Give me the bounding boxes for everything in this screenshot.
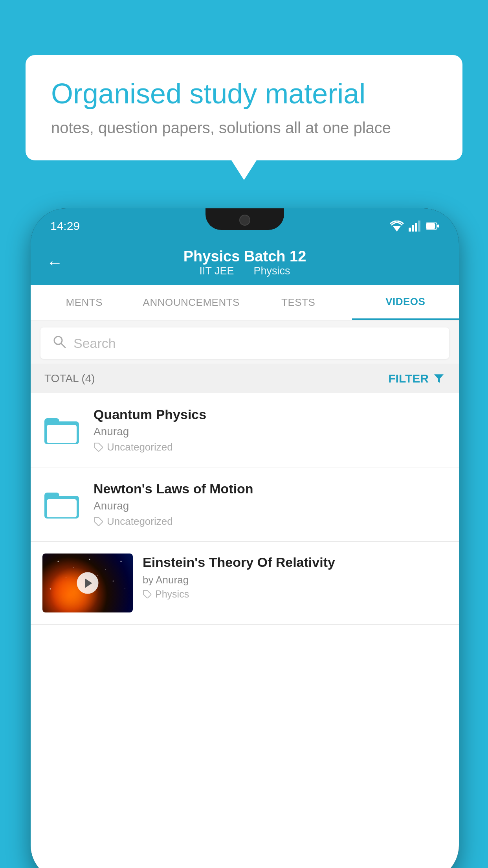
camera-icon — [239, 215, 250, 226]
video-title: Einstein's Theory Of Relativity — [143, 554, 447, 571]
svg-point-22 — [121, 561, 122, 562]
svg-point-20 — [89, 559, 90, 560]
svg-point-25 — [113, 581, 114, 582]
svg-rect-3 — [415, 223, 417, 232]
status-time: 14:29 — [50, 219, 80, 233]
tab-bar: MENTS ANNOUNCEMENTS TESTS VIDEOS — [31, 285, 459, 320]
video-info: Newton's Laws of Motion Anurag Uncategor… — [94, 481, 447, 528]
tab-ments[interactable]: MENTS — [31, 285, 138, 320]
svg-rect-1 — [409, 228, 411, 232]
video-title: Quantum Physics — [94, 407, 447, 422]
list-item[interactable]: Newton's Laws of Motion Anurag Uncategor… — [31, 467, 459, 542]
svg-line-9 — [61, 343, 65, 348]
video-title: Newton's Laws of Motion — [94, 481, 447, 497]
bubble-subtitle: notes, question papers, solutions all at… — [51, 119, 437, 137]
speech-bubble: Organised study material notes, question… — [26, 55, 462, 160]
svg-rect-2 — [412, 225, 414, 232]
svg-point-19 — [73, 567, 74, 568]
wifi-icon — [390, 221, 404, 232]
list-item[interactable]: Einstein's Theory Of Relativity by Anura… — [31, 542, 459, 625]
search-bar[interactable]: Search — [40, 327, 449, 359]
svg-rect-16 — [46, 499, 77, 518]
svg-rect-7 — [437, 224, 439, 228]
tab-videos[interactable]: VIDEOS — [352, 285, 459, 320]
folder-icon — [44, 414, 80, 446]
svg-point-27 — [50, 588, 51, 590]
svg-point-28 — [125, 588, 125, 589]
video-author: Anurag — [94, 500, 447, 512]
search-input[interactable]: Search — [73, 336, 116, 351]
app-header: ← Physics Batch 12 IIT JEE Physics — [31, 240, 459, 285]
status-icons — [390, 221, 439, 232]
filter-button[interactable]: FILTER — [388, 372, 445, 385]
svg-rect-12 — [46, 425, 77, 443]
search-container: Search — [31, 320, 459, 366]
video-thumbnail — [42, 554, 133, 612]
subtitle-iitjee: IIT JEE — [199, 265, 234, 277]
tab-announcements[interactable]: ANNOUNCEMENTS — [138, 285, 245, 320]
svg-point-21 — [105, 569, 106, 570]
header-subtitle: IIT JEE Physics — [183, 265, 306, 277]
video-author: by Anurag — [143, 574, 447, 586]
header-title: Physics Batch 12 — [183, 248, 306, 265]
folder-icon — [44, 489, 80, 520]
tab-tests[interactable]: TESTS — [245, 285, 352, 320]
battery-icon — [426, 222, 439, 230]
subtitle-physics: Physics — [254, 265, 290, 277]
header-center: Physics Batch 12 IIT JEE Physics — [183, 248, 306, 277]
folder-icon-container — [42, 485, 82, 524]
search-icon — [52, 335, 66, 352]
bubble-title: Organised study material — [51, 77, 437, 110]
phone-notch — [205, 208, 284, 230]
video-tag: Uncategorized — [94, 515, 447, 528]
filter-bar: TOTAL (4) FILTER — [31, 364, 459, 393]
tag-icon — [143, 590, 152, 599]
phone-frame: 14:29 ← Phys — [31, 208, 459, 868]
svg-point-24 — [97, 575, 98, 576]
svg-point-23 — [66, 577, 66, 577]
svg-marker-0 — [393, 226, 401, 232]
video-list: Quantum Physics Anurag Uncategorized — [31, 393, 459, 868]
tag-icon — [94, 442, 104, 452]
video-tag: Physics — [143, 588, 447, 600]
video-info: Einstein's Theory Of Relativity by Anura… — [143, 554, 447, 600]
video-author: Anurag — [94, 425, 447, 438]
svg-rect-4 — [418, 221, 420, 232]
folder-icon-container — [42, 410, 82, 450]
svg-rect-6 — [426, 223, 435, 229]
svg-point-18 — [58, 561, 59, 562]
back-button[interactable]: ← — [46, 253, 63, 272]
list-item[interactable]: Quantum Physics Anurag Uncategorized — [31, 393, 459, 467]
total-count: TOTAL (4) — [44, 372, 95, 385]
video-info: Quantum Physics Anurag Uncategorized — [94, 407, 447, 453]
filter-icon — [433, 372, 445, 385]
video-tag: Uncategorized — [94, 441, 447, 453]
play-triangle — [85, 578, 92, 588]
play-button[interactable] — [77, 572, 99, 594]
tag-icon — [94, 517, 104, 527]
signal-icon — [409, 221, 421, 232]
